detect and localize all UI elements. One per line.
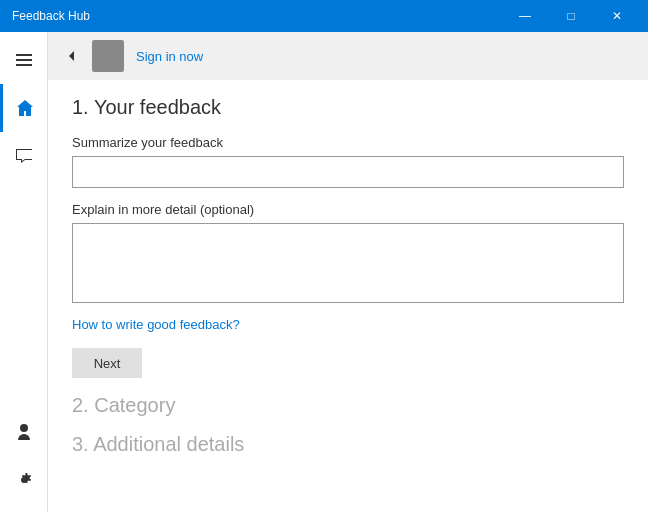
detail-textarea[interactable]	[72, 223, 624, 303]
section3-title: 3. Additional details	[72, 433, 624, 456]
main-content: Sign in now 1. Your feedback Summarize y…	[48, 32, 648, 512]
app-title: Feedback Hub	[12, 9, 90, 23]
section2-title: 2. Category	[72, 394, 624, 417]
sidebar-item-home[interactable]	[0, 84, 48, 132]
window-controls: — □ ✕	[502, 0, 640, 32]
app-body: Sign in now 1. Your feedback Summarize y…	[0, 32, 648, 512]
home-icon	[15, 98, 35, 118]
person-icon	[14, 422, 34, 442]
close-button[interactable]: ✕	[594, 0, 640, 32]
next-button[interactable]: Next	[72, 348, 142, 378]
summary-input[interactable]	[72, 156, 624, 188]
section1-title: 1. Your feedback	[72, 96, 624, 119]
svg-rect-1	[16, 59, 32, 61]
maximize-button[interactable]: □	[548, 0, 594, 32]
summary-label: Summarize your feedback	[72, 135, 624, 150]
feedback-content: 1. Your feedback Summarize your feedback…	[48, 80, 648, 512]
sign-in-link[interactable]: Sign in now	[136, 49, 203, 64]
section2: 2. Category	[72, 394, 624, 417]
gear-icon	[14, 470, 34, 490]
sidebar-item-settings[interactable]	[0, 456, 48, 504]
avatar	[92, 40, 124, 72]
menu-icon	[14, 50, 34, 70]
top-bar: Sign in now	[48, 32, 648, 80]
svg-rect-0	[16, 54, 32, 56]
minimize-button[interactable]: —	[502, 0, 548, 32]
detail-label: Explain in more detail (optional)	[72, 202, 624, 217]
help-link[interactable]: How to write good feedback?	[72, 317, 624, 332]
sidebar	[0, 32, 48, 512]
title-bar: Feedback Hub — □ ✕	[0, 0, 648, 32]
sidebar-item-account[interactable]	[0, 408, 48, 456]
sidebar-bottom	[0, 408, 48, 504]
back-button[interactable]	[64, 48, 80, 64]
chat-icon	[14, 146, 34, 166]
sidebar-item-menu[interactable]	[0, 36, 48, 84]
svg-rect-2	[16, 64, 32, 66]
back-icon	[64, 48, 80, 64]
sidebar-item-feedback[interactable]	[0, 132, 48, 180]
section3: 3. Additional details	[72, 433, 624, 456]
